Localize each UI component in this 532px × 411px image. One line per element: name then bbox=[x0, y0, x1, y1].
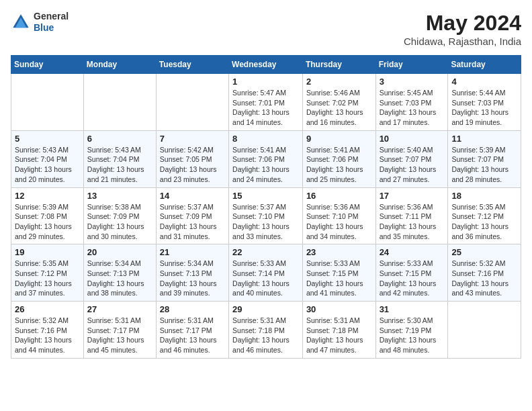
calendar-cell: 3Sunrise: 5:45 AM Sunset: 7:03 PM Daylig… bbox=[375, 74, 448, 131]
calendar-week-row: 1Sunrise: 5:47 AM Sunset: 7:01 PM Daylig… bbox=[11, 74, 521, 131]
day-info: Sunrise: 5:40 AM Sunset: 7:07 PM Dayligh… bbox=[380, 145, 445, 185]
day-info: Sunrise: 5:43 AM Sunset: 7:04 PM Dayligh… bbox=[87, 145, 152, 185]
day-info: Sunrise: 5:32 AM Sunset: 7:16 PM Dayligh… bbox=[15, 316, 80, 355]
day-number: 22 bbox=[232, 247, 299, 257]
calendar-cell bbox=[11, 74, 84, 131]
day-number: 26 bbox=[15, 304, 80, 314]
day-number: 11 bbox=[451, 134, 517, 144]
day-info: Sunrise: 5:30 AM Sunset: 7:19 PM Dayligh… bbox=[380, 316, 445, 355]
calendar-cell: 5Sunrise: 5:43 AM Sunset: 7:04 PM Daylig… bbox=[11, 130, 84, 187]
day-info: Sunrise: 5:39 AM Sunset: 7:07 PM Dayligh… bbox=[451, 145, 517, 185]
day-number: 24 bbox=[380, 247, 445, 257]
day-info: Sunrise: 5:31 AM Sunset: 7:18 PM Dayligh… bbox=[306, 316, 372, 355]
page-header: General Blue May 2024 Chidawa, Rajasthan… bbox=[11, 11, 521, 47]
day-number: 8 bbox=[232, 134, 299, 144]
day-number: 18 bbox=[451, 191, 517, 201]
calendar-cell: 20Sunrise: 5:34 AM Sunset: 7:13 PM Dayli… bbox=[83, 244, 156, 302]
calendar-week-row: 12Sunrise: 5:39 AM Sunset: 7:08 PM Dayli… bbox=[11, 187, 521, 244]
day-number: 7 bbox=[160, 134, 225, 144]
calendar-cell: 17Sunrise: 5:36 AM Sunset: 7:11 PM Dayli… bbox=[375, 187, 448, 244]
calendar-cell: 15Sunrise: 5:37 AM Sunset: 7:10 PM Dayli… bbox=[229, 187, 303, 244]
day-number: 29 bbox=[232, 304, 299, 314]
calendar-week-row: 19Sunrise: 5:35 AM Sunset: 7:12 PM Dayli… bbox=[11, 244, 521, 302]
day-info: Sunrise: 5:42 AM Sunset: 7:05 PM Dayligh… bbox=[160, 145, 225, 185]
calendar-cell: 23Sunrise: 5:33 AM Sunset: 7:15 PM Dayli… bbox=[302, 244, 375, 302]
day-number: 1 bbox=[232, 77, 299, 87]
day-number: 30 bbox=[306, 304, 372, 314]
calendar-cell: 7Sunrise: 5:42 AM Sunset: 7:05 PM Daylig… bbox=[156, 130, 228, 187]
day-number: 27 bbox=[87, 304, 152, 314]
day-info: Sunrise: 5:37 AM Sunset: 7:09 PM Dayligh… bbox=[160, 202, 225, 242]
calendar-cell: 11Sunrise: 5:39 AM Sunset: 7:07 PM Dayli… bbox=[448, 130, 521, 187]
day-info: Sunrise: 5:33 AM Sunset: 7:15 PM Dayligh… bbox=[380, 259, 445, 298]
weekday-header: Thursday bbox=[302, 56, 375, 74]
day-number: 25 bbox=[451, 247, 517, 257]
weekday-header: Friday bbox=[375, 56, 448, 74]
day-info: Sunrise: 5:34 AM Sunset: 7:13 PM Dayligh… bbox=[87, 259, 152, 298]
day-info: Sunrise: 5:46 AM Sunset: 7:02 PM Dayligh… bbox=[306, 88, 372, 128]
calendar-cell: 9Sunrise: 5:41 AM Sunset: 7:06 PM Daylig… bbox=[302, 130, 375, 187]
day-info: Sunrise: 5:35 AM Sunset: 7:12 PM Dayligh… bbox=[451, 202, 517, 242]
day-number: 9 bbox=[306, 134, 372, 144]
day-info: Sunrise: 5:45 AM Sunset: 7:03 PM Dayligh… bbox=[380, 88, 445, 128]
calendar-cell: 25Sunrise: 5:32 AM Sunset: 7:16 PM Dayli… bbox=[448, 244, 521, 302]
month-year: May 2024 bbox=[404, 11, 521, 36]
logo: General Blue bbox=[11, 11, 69, 34]
day-info: Sunrise: 5:39 AM Sunset: 7:08 PM Dayligh… bbox=[15, 202, 80, 242]
day-number: 4 bbox=[451, 77, 517, 87]
calendar-cell: 30Sunrise: 5:31 AM Sunset: 7:18 PM Dayli… bbox=[302, 302, 375, 359]
day-info: Sunrise: 5:44 AM Sunset: 7:03 PM Dayligh… bbox=[451, 88, 517, 128]
calendar-cell: 29Sunrise: 5:31 AM Sunset: 7:18 PM Dayli… bbox=[229, 302, 303, 359]
calendar-cell: 27Sunrise: 5:31 AM Sunset: 7:17 PM Dayli… bbox=[83, 302, 156, 359]
day-number: 16 bbox=[306, 191, 372, 201]
weekday-header: Saturday bbox=[448, 56, 521, 74]
day-number: 5 bbox=[15, 134, 80, 144]
weekday-header: Tuesday bbox=[156, 56, 228, 74]
day-info: Sunrise: 5:31 AM Sunset: 7:17 PM Dayligh… bbox=[87, 316, 152, 355]
logo-text: General Blue bbox=[34, 11, 69, 34]
day-info: Sunrise: 5:31 AM Sunset: 7:17 PM Dayligh… bbox=[160, 316, 225, 355]
calendar-cell: 1Sunrise: 5:47 AM Sunset: 7:01 PM Daylig… bbox=[229, 74, 303, 131]
day-number: 14 bbox=[160, 191, 225, 201]
calendar-cell: 16Sunrise: 5:36 AM Sunset: 7:10 PM Dayli… bbox=[302, 187, 375, 244]
day-info: Sunrise: 5:37 AM Sunset: 7:10 PM Dayligh… bbox=[232, 202, 299, 242]
day-info: Sunrise: 5:31 AM Sunset: 7:18 PM Dayligh… bbox=[232, 316, 299, 355]
day-number: 31 bbox=[380, 304, 445, 314]
calendar-cell: 8Sunrise: 5:41 AM Sunset: 7:06 PM Daylig… bbox=[229, 130, 303, 187]
day-number: 2 bbox=[306, 77, 372, 87]
calendar-table: SundayMondayTuesdayWednesdayThursdayFrid… bbox=[11, 55, 521, 359]
calendar-cell: 28Sunrise: 5:31 AM Sunset: 7:17 PM Dayli… bbox=[156, 302, 228, 359]
weekday-header: Monday bbox=[83, 56, 156, 74]
day-info: Sunrise: 5:38 AM Sunset: 7:09 PM Dayligh… bbox=[87, 202, 152, 242]
day-number: 13 bbox=[87, 191, 152, 201]
day-number: 17 bbox=[380, 191, 445, 201]
calendar-cell: 18Sunrise: 5:35 AM Sunset: 7:12 PM Dayli… bbox=[448, 187, 521, 244]
calendar-cell: 24Sunrise: 5:33 AM Sunset: 7:15 PM Dayli… bbox=[375, 244, 448, 302]
calendar-cell: 10Sunrise: 5:40 AM Sunset: 7:07 PM Dayli… bbox=[375, 130, 448, 187]
calendar-week-row: 5Sunrise: 5:43 AM Sunset: 7:04 PM Daylig… bbox=[11, 130, 521, 187]
day-info: Sunrise: 5:33 AM Sunset: 7:14 PM Dayligh… bbox=[232, 259, 299, 298]
calendar-cell bbox=[448, 302, 521, 359]
weekday-header: Wednesday bbox=[229, 56, 303, 74]
day-info: Sunrise: 5:36 AM Sunset: 7:10 PM Dayligh… bbox=[306, 202, 372, 242]
day-number: 21 bbox=[160, 247, 225, 257]
day-info: Sunrise: 5:43 AM Sunset: 7:04 PM Dayligh… bbox=[15, 145, 80, 185]
calendar-cell: 31Sunrise: 5:30 AM Sunset: 7:19 PM Dayli… bbox=[375, 302, 448, 359]
day-number: 3 bbox=[380, 77, 445, 87]
calendar-cell: 19Sunrise: 5:35 AM Sunset: 7:12 PM Dayli… bbox=[11, 244, 84, 302]
day-info: Sunrise: 5:33 AM Sunset: 7:15 PM Dayligh… bbox=[306, 259, 372, 298]
calendar-cell: 26Sunrise: 5:32 AM Sunset: 7:16 PM Dayli… bbox=[11, 302, 84, 359]
day-info: Sunrise: 5:35 AM Sunset: 7:12 PM Dayligh… bbox=[15, 259, 80, 298]
calendar-cell: 14Sunrise: 5:37 AM Sunset: 7:09 PM Dayli… bbox=[156, 187, 228, 244]
calendar-cell: 12Sunrise: 5:39 AM Sunset: 7:08 PM Dayli… bbox=[11, 187, 84, 244]
calendar-cell: 4Sunrise: 5:44 AM Sunset: 7:03 PM Daylig… bbox=[448, 74, 521, 131]
day-info: Sunrise: 5:47 AM Sunset: 7:01 PM Dayligh… bbox=[232, 88, 299, 128]
day-info: Sunrise: 5:36 AM Sunset: 7:11 PM Dayligh… bbox=[380, 202, 445, 242]
calendar-cell: 22Sunrise: 5:33 AM Sunset: 7:14 PM Dayli… bbox=[229, 244, 303, 302]
day-number: 19 bbox=[15, 247, 80, 257]
day-info: Sunrise: 5:32 AM Sunset: 7:16 PM Dayligh… bbox=[451, 259, 517, 298]
day-number: 15 bbox=[232, 191, 299, 201]
calendar-cell bbox=[156, 74, 228, 131]
day-number: 20 bbox=[87, 247, 152, 257]
logo-icon bbox=[11, 12, 31, 32]
